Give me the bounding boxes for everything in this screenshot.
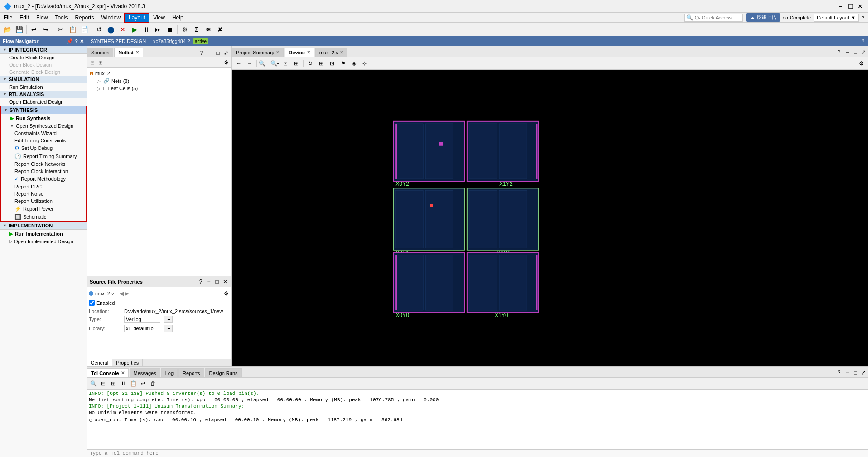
menu-reports[interactable]: Reports [71, 13, 97, 23]
stop-button[interactable]: ✕ [117, 24, 128, 35]
nav-report-power[interactable]: ⚡ Report Power [1, 205, 86, 213]
grid-button[interactable]: ≋ [203, 24, 214, 35]
cut-button[interactable]: ✂ [55, 24, 66, 35]
rotate-btn[interactable]: ↻ [305, 58, 315, 68]
nav-report-clock-interaction[interactable]: Report Clock Interaction [1, 168, 86, 175]
console-collapse-btn[interactable]: ⊟ [99, 379, 108, 388]
nav-section-header-impl[interactable]: ▼ IMPLEMENTATION [0, 222, 87, 230]
netlist-settings-btn[interactable]: ⚙ [222, 59, 230, 66]
pause-button[interactable]: ⏸ [141, 24, 152, 35]
x-button[interactable]: ✘ [215, 24, 226, 35]
tab-netlist[interactable]: Netlist ✕ [114, 48, 143, 57]
type-input[interactable] [124, 316, 160, 323]
undo-button[interactable]: ↩ [29, 24, 39, 35]
netlist-help-btn[interactable]: ? [198, 49, 205, 57]
console-pause-btn[interactable]: ⏸ [119, 379, 128, 388]
tab-log[interactable]: Log [161, 368, 178, 377]
zoom-out-btn[interactable]: 🔍- [270, 58, 280, 68]
menu-flow[interactable]: Flow [33, 13, 51, 23]
nav-run-synthesis[interactable]: ▶ Run Synthesis [1, 114, 86, 122]
netlist-restore-btn[interactable]: □ [214, 49, 222, 57]
file-next-btn[interactable]: ▶ [125, 290, 129, 297]
refresh-button[interactable]: ↺ [94, 24, 105, 35]
device-min-btn[interactable]: − [844, 48, 851, 56]
synth-help[interactable]: ? [862, 38, 864, 44]
nav-report-noise[interactable]: Report Noise [1, 190, 86, 197]
console-clear-btn[interactable]: 🗑 [149, 379, 158, 388]
nav-report-timing-summary[interactable]: 🕐 Report Timing Summary [1, 152, 86, 160]
netlist-expand-btn[interactable]: ⤢ [222, 49, 230, 57]
netlist-tab-close[interactable]: ✕ [135, 50, 139, 55]
tab-design-runs[interactable]: Design Runs [205, 368, 242, 377]
nav-constraints-wizard[interactable]: Constraints Wizard [1, 130, 86, 137]
menu-layout[interactable]: Layout [124, 13, 149, 23]
nav-open-synthesized-design[interactable]: ▼ Open Synthesized Design [1, 122, 86, 130]
props-tab-properties[interactable]: Properties [112, 359, 143, 366]
zoom-fit-btn[interactable]: ⊡ [280, 58, 290, 68]
nav-schematic[interactable]: 🔲 Schematic [1, 213, 86, 221]
enabled-checkbox[interactable] [89, 300, 95, 306]
netlist-expand-all[interactable]: ⊞ [97, 59, 104, 66]
back-btn[interactable]: ← [234, 58, 244, 68]
route-btn[interactable]: ⊡ [327, 58, 337, 68]
nav-set-up-debug[interactable]: ⚙ Set Up Debug [1, 144, 86, 152]
grid-toggle-btn[interactable]: ⊞ [316, 58, 326, 68]
device-settings-btn[interactable]: ⚙ [856, 58, 866, 68]
zoom-area-btn[interactable]: ⊞ [291, 58, 301, 68]
nav-run-implementation[interactable]: ▶ Run Implementation [0, 230, 87, 238]
console-wrap-btn[interactable]: ↵ [139, 379, 148, 388]
nav-generate-block-design[interactable]: Generate Block Design [0, 68, 87, 76]
console-help-btn[interactable]: ? [835, 369, 843, 376]
nav-report-drc[interactable]: Report DRC [1, 183, 86, 190]
search-input[interactable] [695, 15, 740, 20]
type-ellipsis-btn[interactable]: ··· [164, 316, 173, 323]
console-copy-btn[interactable]: 📋 [129, 379, 138, 388]
library-ellipsis-btn[interactable]: ··· [164, 325, 173, 332]
library-input[interactable] [124, 325, 160, 332]
tab-reports[interactable]: Reports [178, 368, 204, 377]
menu-tools[interactable]: Tools [51, 13, 71, 23]
netlist-leaf-cells[interactable]: ▷ □ Leaf Cells (5) [89, 85, 230, 92]
tab-mux2v[interactable]: mux_2.v ✕ [315, 48, 348, 57]
tab-device[interactable]: Device ✕ [285, 48, 314, 57]
tab-sources[interactable]: Sources [87, 48, 113, 57]
reset-button[interactable]: ⏹ [164, 24, 175, 35]
cloud-button[interactable]: ☁ 按钮上传 [746, 13, 780, 22]
close-button[interactable]: ✕ [856, 2, 864, 10]
console-expand-all-btn[interactable]: ⊞ [109, 379, 118, 388]
open-button[interactable]: 📂 [2, 24, 13, 35]
nav-section-header-synth[interactable]: ▼ SYNTHESIS [1, 106, 86, 114]
minimize-button[interactable]: − [836, 2, 844, 10]
nav-report-clock-networks[interactable]: Report Clock Networks [1, 160, 86, 168]
paste-button[interactable]: 📄 [79, 24, 90, 35]
netlist-minimize-btn[interactable]: − [206, 49, 213, 57]
maximize-button[interactable]: ☐ [846, 2, 854, 10]
device-canvas[interactable]: X0Y2 X1Y2 X0Y1 [232, 70, 868, 366]
flow-nav-help[interactable]: ? [75, 38, 78, 44]
tab-tcl-console[interactable]: Tcl Console ✕ [87, 368, 129, 377]
console-search-btn[interactable]: 🔍 [89, 379, 98, 388]
sigma-button[interactable]: Σ [191, 24, 202, 35]
record-button[interactable]: ⬤ [106, 24, 116, 35]
save-button[interactable]: 💾 [14, 24, 24, 35]
forward-btn[interactable]: → [245, 58, 255, 68]
tcl-close[interactable]: ✕ [121, 370, 125, 375]
flow-nav-pin[interactable]: 📌 [67, 38, 73, 44]
tab-messages[interactable]: Messages [130, 368, 160, 377]
menu-file[interactable]: File [0, 13, 16, 23]
nav-section-header-sim[interactable]: ▼ SIMULATION [0, 76, 87, 83]
flow-nav-close[interactable]: ✕ [80, 38, 84, 44]
nav-report-methodology[interactable]: ✓ Report Methodology [1, 175, 86, 183]
device-expand-btn[interactable]: ⤢ [860, 48, 867, 56]
props-tab-general[interactable]: General [87, 359, 112, 366]
step-button[interactable]: ⏭ [153, 24, 164, 35]
nav-open-block-design[interactable]: Open Block Design [0, 61, 87, 68]
nav-edit-timing-constraints[interactable]: Edit Timing Constraints [1, 137, 86, 144]
search-box[interactable]: 🔍 [684, 14, 743, 22]
nav-run-simulation[interactable]: Run Simulation [0, 83, 87, 91]
tab-project-summary[interactable]: Project Summary ✕ [232, 48, 284, 57]
menu-window[interactable]: Window [97, 13, 124, 23]
nav-section-header-rtl[interactable]: ▼ RTL ANALYSIS [0, 91, 87, 98]
device-help-btn[interactable]: ? [835, 48, 843, 56]
tcl-input[interactable] [90, 451, 865, 456]
